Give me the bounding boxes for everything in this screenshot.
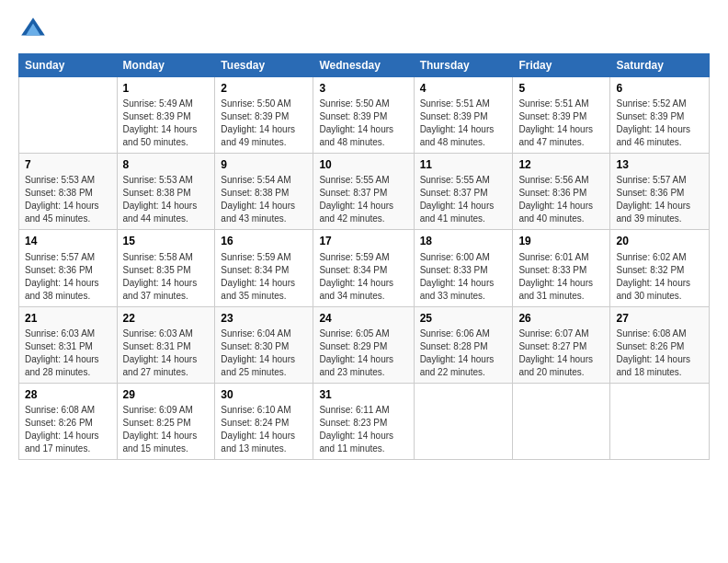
calendar-cell: 13Sunrise: 5:57 AMSunset: 8:36 PMDayligh… — [610, 154, 710, 230]
day-number: 19 — [518, 234, 604, 248]
day-number: 7 — [25, 157, 111, 172]
calendar-cell: 30Sunrise: 6:10 AMSunset: 8:24 PMDayligh… — [215, 383, 313, 459]
day-number: 31 — [319, 387, 407, 402]
calendar-cell — [414, 383, 513, 459]
day-info: Sunrise: 5:55 AMSunset: 8:37 PMDaylight:… — [420, 174, 507, 225]
week-row-4: 21Sunrise: 6:03 AMSunset: 8:31 PMDayligh… — [19, 306, 710, 383]
day-number: 21 — [25, 311, 111, 326]
day-info: Sunrise: 5:55 AMSunset: 8:37 PMDaylight:… — [319, 174, 407, 225]
day-number: 27 — [616, 311, 703, 326]
calendar-cell: 19Sunrise: 6:01 AMSunset: 8:33 PMDayligh… — [513, 230, 610, 306]
day-info: Sunrise: 5:57 AMSunset: 8:36 PMDaylight:… — [616, 174, 703, 225]
calendar-cell: 16Sunrise: 5:59 AMSunset: 8:34 PMDayligh… — [215, 230, 313, 306]
calendar-cell — [610, 383, 710, 459]
day-info: Sunrise: 5:51 AMSunset: 8:39 PMDaylight:… — [518, 98, 604, 149]
header-day-sunday: Sunday — [19, 54, 118, 77]
day-info: Sunrise: 6:10 AMSunset: 8:24 PMDaylight:… — [221, 404, 307, 455]
day-info: Sunrise: 5:51 AMSunset: 8:39 PMDaylight:… — [420, 98, 507, 149]
week-row-1: 1Sunrise: 5:49 AMSunset: 8:39 PMDaylight… — [19, 77, 710, 154]
calendar-cell: 31Sunrise: 6:11 AMSunset: 8:23 PMDayligh… — [313, 383, 414, 459]
calendar-cell: 15Sunrise: 5:58 AMSunset: 8:35 PMDayligh… — [117, 230, 215, 306]
day-info: Sunrise: 6:11 AMSunset: 8:23 PMDaylight:… — [319, 404, 407, 455]
day-info: Sunrise: 5:56 AMSunset: 8:36 PMDaylight:… — [518, 174, 604, 225]
day-number: 11 — [420, 157, 507, 172]
calendar-cell: 7Sunrise: 5:53 AMSunset: 8:38 PMDaylight… — [19, 154, 118, 230]
day-number: 16 — [221, 234, 307, 248]
calendar-cell: 5Sunrise: 5:51 AMSunset: 8:39 PMDaylight… — [513, 77, 610, 154]
header-day-saturday: Saturday — [610, 54, 710, 77]
calendar-cell: 11Sunrise: 5:55 AMSunset: 8:37 PMDayligh… — [414, 154, 513, 230]
day-info: Sunrise: 5:57 AMSunset: 8:36 PMDaylight:… — [25, 251, 111, 303]
day-info: Sunrise: 6:03 AMSunset: 8:31 PMDaylight:… — [123, 327, 210, 379]
day-number: 3 — [319, 81, 407, 96]
calendar-cell: 14Sunrise: 5:57 AMSunset: 8:36 PMDayligh… — [19, 230, 118, 306]
day-number: 4 — [420, 81, 507, 96]
day-number: 17 — [319, 234, 407, 248]
calendar-cell: 8Sunrise: 5:53 AMSunset: 8:38 PMDaylight… — [117, 154, 215, 230]
day-number: 8 — [123, 157, 210, 172]
calendar-cell: 12Sunrise: 5:56 AMSunset: 8:36 PMDayligh… — [513, 154, 610, 230]
day-info: Sunrise: 6:04 AMSunset: 8:30 PMDaylight:… — [221, 327, 307, 379]
header-day-thursday: Thursday — [414, 54, 513, 77]
calendar-cell: 28Sunrise: 6:08 AMSunset: 8:26 PMDayligh… — [19, 383, 118, 459]
day-number: 28 — [25, 387, 111, 402]
day-number: 9 — [221, 157, 307, 172]
day-number: 13 — [616, 157, 703, 172]
day-info: Sunrise: 6:08 AMSunset: 8:26 PMDaylight:… — [616, 327, 703, 379]
header-day-monday: Monday — [117, 54, 215, 77]
calendar-cell: 27Sunrise: 6:08 AMSunset: 8:26 PMDayligh… — [610, 306, 710, 383]
day-info: Sunrise: 5:49 AMSunset: 8:39 PMDaylight:… — [123, 98, 210, 149]
week-row-3: 14Sunrise: 5:57 AMSunset: 8:36 PMDayligh… — [19, 230, 710, 306]
day-info: Sunrise: 5:50 AMSunset: 8:39 PMDaylight:… — [319, 98, 407, 149]
calendar-cell: 21Sunrise: 6:03 AMSunset: 8:31 PMDayligh… — [19, 306, 118, 383]
day-number: 25 — [420, 311, 507, 326]
day-info: Sunrise: 5:53 AMSunset: 8:38 PMDaylight:… — [25, 174, 111, 225]
day-number: 22 — [123, 311, 210, 326]
day-info: Sunrise: 6:08 AMSunset: 8:26 PMDaylight:… — [25, 404, 111, 455]
day-info: Sunrise: 5:58 AMSunset: 8:35 PMDaylight:… — [123, 251, 210, 303]
calendar-cell: 1Sunrise: 5:49 AMSunset: 8:39 PMDaylight… — [117, 77, 215, 154]
day-number: 12 — [518, 157, 604, 172]
calendar-cell: 26Sunrise: 6:07 AMSunset: 8:27 PMDayligh… — [513, 306, 610, 383]
calendar-table: SundayMondayTuesdayWednesdayThursdayFrid… — [18, 53, 710, 460]
page: SundayMondayTuesdayWednesdayThursdayFrid… — [0, 0, 728, 563]
calendar-cell: 20Sunrise: 6:02 AMSunset: 8:32 PMDayligh… — [610, 230, 710, 306]
day-info: Sunrise: 6:09 AMSunset: 8:25 PMDaylight:… — [123, 404, 210, 455]
day-number: 1 — [123, 81, 210, 96]
day-number: 2 — [221, 81, 307, 96]
generalblue-logo-icon — [18, 15, 48, 44]
header-day-tuesday: Tuesday — [215, 54, 313, 77]
day-info: Sunrise: 6:06 AMSunset: 8:28 PMDaylight:… — [420, 327, 507, 379]
day-info: Sunrise: 6:07 AMSunset: 8:27 PMDaylight:… — [518, 327, 604, 379]
day-info: Sunrise: 5:52 AMSunset: 8:39 PMDaylight:… — [616, 98, 703, 149]
day-number: 26 — [518, 311, 604, 326]
day-number: 24 — [319, 311, 407, 326]
calendar-cell: 29Sunrise: 6:09 AMSunset: 8:25 PMDayligh… — [117, 383, 215, 459]
day-number: 23 — [221, 311, 307, 326]
calendar-cell: 18Sunrise: 6:00 AMSunset: 8:33 PMDayligh… — [414, 230, 513, 306]
week-row-2: 7Sunrise: 5:53 AMSunset: 8:38 PMDaylight… — [19, 154, 710, 230]
calendar-cell: 9Sunrise: 5:54 AMSunset: 8:38 PMDaylight… — [215, 154, 313, 230]
calendar-cell: 10Sunrise: 5:55 AMSunset: 8:37 PMDayligh… — [313, 154, 414, 230]
calendar-header: SundayMondayTuesdayWednesdayThursdayFrid… — [19, 54, 710, 77]
day-number: 30 — [221, 387, 307, 402]
day-info: Sunrise: 6:05 AMSunset: 8:29 PMDaylight:… — [319, 327, 407, 379]
day-info: Sunrise: 5:59 AMSunset: 8:34 PMDaylight:… — [221, 251, 307, 303]
calendar-cell: 6Sunrise: 5:52 AMSunset: 8:39 PMDaylight… — [610, 77, 710, 154]
calendar-body: 1Sunrise: 5:49 AMSunset: 8:39 PMDaylight… — [19, 77, 710, 460]
day-number: 18 — [420, 234, 507, 248]
calendar-cell: 24Sunrise: 6:05 AMSunset: 8:29 PMDayligh… — [313, 306, 414, 383]
day-info: Sunrise: 6:02 AMSunset: 8:32 PMDaylight:… — [616, 251, 703, 303]
week-row-5: 28Sunrise: 6:08 AMSunset: 8:26 PMDayligh… — [19, 383, 710, 459]
day-number: 15 — [123, 234, 210, 248]
calendar-cell — [19, 77, 118, 154]
header — [18, 15, 710, 44]
day-number: 29 — [123, 387, 210, 402]
day-info: Sunrise: 6:01 AMSunset: 8:33 PMDaylight:… — [518, 251, 604, 303]
calendar-cell: 25Sunrise: 6:06 AMSunset: 8:28 PMDayligh… — [414, 306, 513, 383]
day-info: Sunrise: 5:50 AMSunset: 8:39 PMDaylight:… — [221, 98, 307, 149]
calendar-cell — [513, 383, 610, 459]
day-number: 20 — [616, 234, 703, 248]
calendar-cell: 4Sunrise: 5:51 AMSunset: 8:39 PMDaylight… — [414, 77, 513, 154]
calendar-cell: 17Sunrise: 5:59 AMSunset: 8:34 PMDayligh… — [313, 230, 414, 306]
